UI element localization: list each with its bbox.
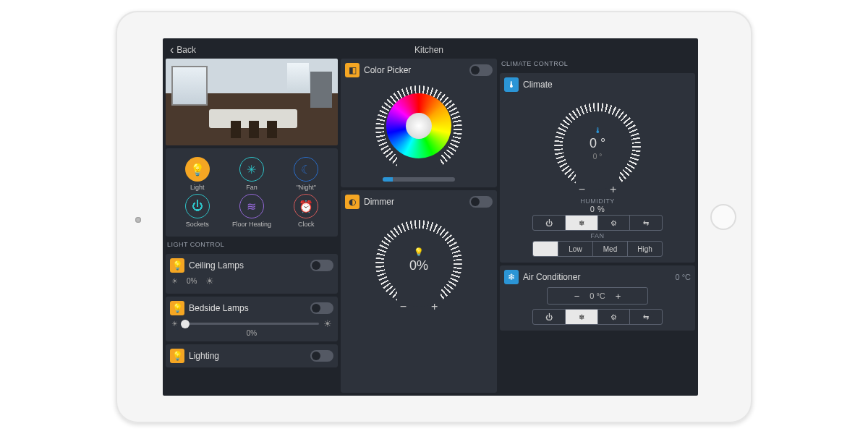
- bedside-lamps-toggle[interactable]: [310, 302, 333, 314]
- fan-low[interactable]: Low: [558, 242, 592, 256]
- quick-label: Sockets: [186, 221, 209, 228]
- fan-high[interactable]: High: [627, 242, 662, 256]
- mode-swap[interactable]: ⇆: [629, 216, 662, 230]
- quick-sockets[interactable]: ⏻ Sockets: [173, 194, 221, 228]
- lighting-panel: 💡 Lighting: [166, 344, 338, 367]
- power-icon: ⏻: [185, 194, 210, 218]
- quick-label: Fan: [246, 184, 258, 191]
- climate-mode-segments: ⏻ ❄ ⚙ ⇆: [532, 215, 663, 231]
- quick-clock[interactable]: ⏰ Clock: [282, 194, 331, 228]
- clock-icon: ⏰: [294, 194, 318, 218]
- color-picker-toggle[interactable]: [469, 64, 493, 76]
- ac-minus[interactable]: −: [574, 291, 580, 302]
- bulb-icon: 💡: [170, 301, 184, 315]
- brightness-low-icon: [171, 277, 178, 285]
- dimmer-value: 0%: [409, 258, 428, 273]
- slider-knob[interactable]: [181, 320, 190, 328]
- climate-panel: 🌡 Climate 🌡 0 ° 0 °: [500, 73, 695, 263]
- fan-label: FAN: [504, 232, 691, 239]
- climate-control-header: CLIMATE CONTROL: [500, 59, 695, 70]
- brightness-high-icon: [205, 276, 214, 286]
- fan-med[interactable]: Med: [592, 242, 627, 256]
- brightness-low-icon: [171, 320, 178, 328]
- fan-auto[interactable]: [533, 242, 558, 256]
- humidity-value: 0 %: [504, 205, 691, 213]
- ac-set-value: 0 °C: [590, 292, 605, 300]
- light-icon: 💡: [185, 157, 210, 182]
- ceiling-lamps-panel: 💡 Ceiling Lamps 0%: [166, 254, 338, 294]
- room-photo-panel: [166, 59, 338, 145]
- climate-set: 0 °: [593, 153, 602, 161]
- dimmer-label: Dimmer: [364, 197, 465, 207]
- dimmer-icon: ◐: [345, 195, 359, 209]
- quick-label: Floor Heating: [232, 221, 271, 228]
- ac-mode-cool[interactable]: ❄: [565, 310, 597, 324]
- ac-panel: ❄ Air Conditioner 0 °C − 0 °C + ⏻ ❄ ⚙ ⇆: [500, 265, 695, 331]
- app-screen: ‹ Back Kitchen �: [163, 38, 698, 396]
- heat-icon: ≋: [239, 194, 264, 218]
- ac-icon: ❄: [504, 270, 519, 284]
- back-chevron-icon[interactable]: ‹: [170, 43, 174, 56]
- ceiling-percent: 0%: [182, 277, 201, 285]
- quick-label: Clock: [298, 221, 315, 228]
- ceiling-lamps-toggle[interactable]: [310, 260, 333, 271]
- quick-label: Light: [190, 184, 205, 191]
- top-bar: ‹ Back Kitchen: [166, 41, 695, 59]
- color-slider[interactable]: [383, 177, 455, 182]
- bulb-icon: 💡: [170, 258, 184, 273]
- color-wheel[interactable]: [386, 93, 451, 158]
- ac-mode-power[interactable]: ⏻: [533, 310, 565, 324]
- bedside-track[interactable]: [182, 323, 319, 325]
- quick-fan[interactable]: ✳ Fan: [227, 157, 276, 191]
- bedside-lamps-panel: 💡 Bedside Lamps 0%: [166, 297, 338, 341]
- ceiling-lamps-slider-row: 0%: [170, 273, 333, 289]
- dimmer-dial-wrap: 💡 0% − +: [345, 209, 493, 315]
- tablet-camera: [135, 217, 141, 223]
- climate-label: Climate: [523, 80, 691, 90]
- humidity-label: HUMIDITY: [504, 197, 691, 205]
- ac-stepper: − 0 °C +: [547, 287, 648, 305]
- quick-night[interactable]: ☾ "Night": [282, 157, 331, 191]
- moon-icon: ☾: [294, 157, 318, 182]
- quick-actions: 💡 Light ✳ Fan ☾ "Night" ⏻: [166, 148, 338, 237]
- color-picker-label: Color Picker: [364, 65, 465, 75]
- climate-current: 0 °: [590, 136, 605, 151]
- dimmer-panel: ◐ Dimmer 💡 0% −: [341, 190, 497, 393]
- page-title: Kitchen: [196, 45, 662, 55]
- ac-plus[interactable]: +: [616, 291, 621, 302]
- quick-floor-heating[interactable]: ≋ Floor Heating: [227, 194, 276, 228]
- ac-mode-auto[interactable]: ⚙: [597, 310, 630, 324]
- color-dial[interactable]: [372, 79, 466, 173]
- fan-speed-segments: Low Med High: [532, 241, 663, 257]
- thermometer-icon: 🌡: [504, 77, 519, 92]
- bedside-lamps-label: Bedside Lamps: [189, 303, 306, 313]
- bedside-percent: 0%: [170, 329, 333, 337]
- mode-cool[interactable]: ❄: [565, 216, 597, 230]
- lighting-toggle[interactable]: [310, 350, 333, 362]
- quick-label: "Night": [297, 184, 316, 191]
- lighting-label: Lighting: [189, 351, 306, 361]
- brightness-high-icon: [323, 318, 332, 329]
- mode-auto[interactable]: ⚙: [597, 216, 630, 230]
- ceiling-lamps-label: Ceiling Lamps: [189, 260, 306, 271]
- dimmer-toggle[interactable]: [469, 196, 493, 208]
- fan-icon: ✳: [239, 157, 264, 182]
- ac-mode-segments: ⏻ ❄ ⚙ ⇆: [532, 309, 663, 325]
- mode-power[interactable]: ⏻: [533, 216, 565, 230]
- bulb-icon: 💡: [414, 247, 424, 257]
- ac-mode-swap[interactable]: ⇆: [629, 310, 662, 324]
- thermometer-small-icon: 🌡: [594, 126, 602, 135]
- bulb-icon: 💡: [170, 349, 184, 363]
- tablet-frame: ‹ Back Kitchen �: [116, 11, 752, 423]
- tablet-home-button[interactable]: [710, 204, 736, 230]
- room-photo[interactable]: [166, 59, 338, 145]
- ac-label: Air Conditioner: [523, 272, 671, 282]
- light-control-header: LIGHT CONTROL: [166, 239, 338, 251]
- color-icon: ◧: [345, 63, 359, 77]
- back-button[interactable]: Back: [176, 45, 196, 55]
- ac-reading: 0 °C: [675, 273, 691, 281]
- color-picker-panel: ◧ Color Picker: [341, 59, 497, 187]
- quick-light[interactable]: 💡 Light: [173, 157, 221, 191]
